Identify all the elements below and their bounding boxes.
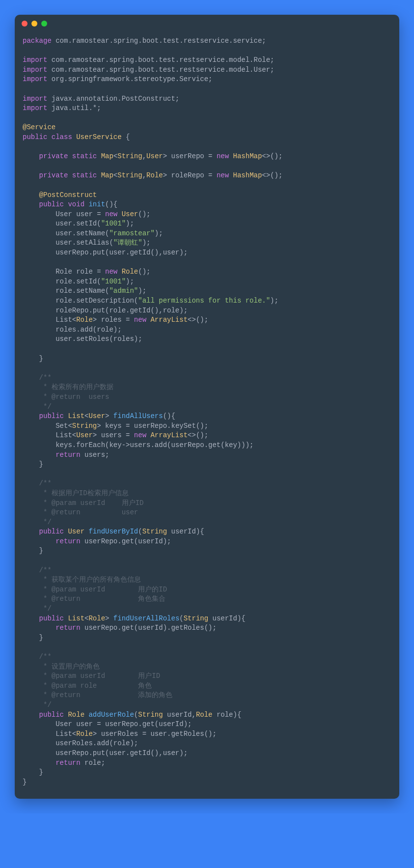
type: ArrayList: [150, 316, 188, 324]
string: "1001": [101, 278, 126, 285]
brace: }: [23, 460, 43, 468]
code: > userRoles = user.getRoles();: [93, 730, 217, 738]
keyword: public: [23, 615, 68, 622]
code: userId){: [208, 615, 246, 622]
brace: }: [23, 355, 43, 363]
comment: /**: [23, 653, 52, 661]
brace: }: [23, 634, 43, 642]
comment: /**: [23, 479, 52, 487]
type: HashMap: [233, 171, 262, 179]
code: <>();: [188, 431, 208, 439]
keyword: private static: [23, 171, 101, 179]
punct: >: [105, 615, 113, 622]
type: String: [138, 711, 163, 719]
code-block: package com.ramostear.spring.boot.test.r…: [15, 32, 399, 799]
code: <>();: [188, 316, 208, 324]
keyword: new: [134, 431, 151, 439]
package-path: com.ramostear.spring.boot.test.restservi…: [52, 37, 266, 45]
code: user.setAlias(: [23, 239, 113, 247]
import-path: com.ramostear.spring.boot.test.restservi…: [47, 66, 274, 74]
method: findAllUsers: [113, 412, 163, 420]
type: User: [68, 528, 88, 535]
punct: <: [113, 171, 117, 179]
type: String: [117, 171, 142, 179]
method: findUserById: [88, 528, 138, 535]
keyword: import: [23, 104, 47, 112]
keyword: public class: [23, 133, 76, 141]
brace: {: [122, 133, 130, 141]
type: User: [88, 412, 105, 420]
punct: >: [105, 412, 113, 420]
code: (){: [163, 412, 175, 420]
type: Role: [68, 711, 88, 719]
comment: * @return user: [23, 508, 138, 516]
type: User: [76, 431, 93, 439]
keyword: public: [23, 200, 68, 208]
string: "ramostear": [109, 229, 154, 237]
code: );: [142, 239, 151, 247]
code: userRepo.get(userId).getRoles();: [81, 624, 217, 632]
code: ();: [138, 210, 150, 218]
code: keys.forEach(key->users.add(userRepo.get…: [23, 441, 253, 449]
keyword: void: [68, 200, 88, 208]
punct: ,: [142, 171, 146, 179]
type: Role: [76, 316, 93, 324]
code: role.setId(: [23, 278, 101, 285]
comment: /**: [23, 566, 52, 574]
code: role){: [213, 711, 242, 719]
keyword: return: [23, 759, 81, 767]
code: role;: [81, 759, 105, 767]
keyword: new: [217, 152, 233, 160]
method: findUserAllRoles: [113, 615, 179, 622]
type: Role: [146, 171, 163, 179]
code: (: [138, 528, 142, 535]
code: user.setName(: [23, 229, 109, 237]
keyword: import: [23, 56, 47, 64]
brace: }: [23, 547, 43, 555]
code: userRoles.add(role);: [23, 739, 138, 747]
comment: * 获取某个用户的所有角色信息: [23, 576, 141, 584]
type: Map: [101, 152, 113, 160]
type: User: [146, 152, 163, 160]
keyword: public: [23, 528, 68, 535]
code: userRepo.put(user.getId(),user);: [23, 749, 188, 757]
code: userRepo.get(userId);: [81, 537, 171, 545]
import-path: java.util.*;: [47, 104, 101, 112]
type: String: [117, 152, 142, 160]
window-titlebar: [15, 15, 399, 32]
type: Role: [76, 730, 93, 738]
string: "all permissions for this role.": [138, 297, 270, 305]
keyword: private static: [23, 152, 101, 160]
maximize-icon[interactable]: [41, 21, 47, 27]
code: users;: [81, 451, 110, 459]
code: );: [155, 229, 163, 237]
minimize-icon[interactable]: [31, 21, 37, 27]
comment: */: [23, 701, 52, 709]
keyword: new: [105, 210, 122, 218]
code: roles.add(role);: [23, 326, 122, 334]
type: String: [72, 422, 97, 430]
code: <>();: [262, 152, 282, 160]
code: userId,: [163, 711, 196, 719]
keyword: import: [23, 95, 47, 103]
code: ();: [138, 268, 150, 276]
comment: * @return 角色集合: [23, 595, 166, 603]
code: (){: [105, 200, 117, 208]
type: List: [68, 615, 84, 622]
comment: */: [23, 403, 52, 411]
code: );: [126, 220, 134, 227]
code: );: [138, 287, 146, 295]
code: <>();: [262, 171, 282, 179]
code: Role role =: [23, 268, 105, 276]
keyword: return: [23, 451, 81, 459]
close-icon[interactable]: [22, 21, 28, 27]
string: "1001": [101, 220, 126, 227]
code: User user =: [23, 210, 105, 218]
code: List<: [23, 730, 76, 738]
punct: <: [113, 152, 117, 160]
code: > userRepo =: [163, 152, 217, 160]
code: List<: [23, 316, 76, 324]
comment: */: [23, 605, 52, 613]
code: > keys = userRepo.keySet();: [97, 422, 208, 430]
code: user.setRoles(roles);: [23, 335, 142, 343]
